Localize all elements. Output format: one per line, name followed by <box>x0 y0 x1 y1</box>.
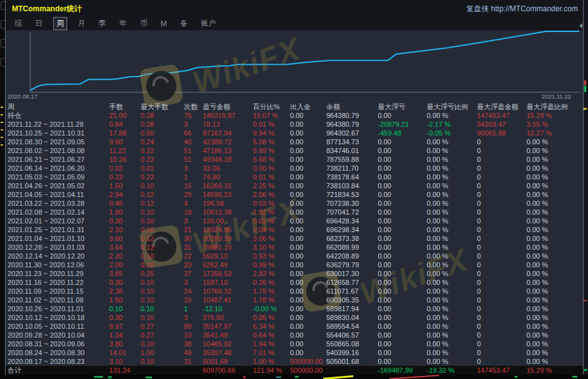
cell: 2021.10.25 ~ 2021.10.31 <box>8 129 109 137</box>
column-header: 手数 <box>109 102 141 111</box>
menu-item-bi[interactable]: 币 <box>137 18 150 29</box>
cell: 0.00 <box>378 155 427 164</box>
cell: 0.00 % <box>527 155 583 164</box>
menu-item-ri[interactable]: 日 <box>33 18 45 29</box>
cell: 49348.18 <box>203 155 253 164</box>
table-row[interactable]: 2021.06.14 ~ 2021.06.200.030.01333.060.0… <box>6 164 583 173</box>
background-mark <box>243 376 245 378</box>
table-row[interactable]: 2021.02.01 ~ 2021.02.070.300.103130.000.… <box>6 216 583 225</box>
cell: 2020.12.14 ~ 2020.12.20 <box>8 252 109 260</box>
table-row[interactable]: 2020.08.17 ~ 2020.08.233.100.10315001.68… <box>6 357 583 366</box>
menu-item-bei[interactable]: 备 <box>178 18 190 29</box>
table-row[interactable]: 2021.08.30 ~ 2021.09.059.600.244042388.7… <box>6 137 583 146</box>
table-row[interactable]: 2021.03.22 ~ 2021.03.280.460.124196.580.… <box>6 199 583 208</box>
cell: 0.00 % <box>427 357 477 366</box>
cell: 0.00 <box>378 164 427 173</box>
cell: 609700.66 <box>203 366 253 375</box>
table-row[interactable]: 2020.08.24 ~ 2020.08.3014.011.004935397.… <box>6 348 583 357</box>
cell: 2021.02.01 ~ 2021.02.07 <box>8 216 109 225</box>
cell: 0.22 <box>141 173 184 181</box>
cell: 0 <box>477 304 527 313</box>
table-row[interactable]: 2021.04.26 ~ 2021.05.021.500.101516269.3… <box>6 181 583 190</box>
cell: 500000.00 <box>290 357 326 366</box>
table-row[interactable]: 2020.11.09 ~ 2020.11.152.380.102410766.3… <box>6 287 583 296</box>
table-row[interactable]: 2020.10.12 ~ 2020.10.180.300.103275.500.… <box>6 313 583 322</box>
table-row[interactable]: 2020.10.05 ~ 2020.10.118.970.278835147.9… <box>6 322 583 331</box>
cell: 1.94 % <box>253 339 290 348</box>
cell: 0.00 <box>378 313 427 322</box>
table-row[interactable]: 2020.12.28 ~ 2021.01.033.640.123119881.1… <box>6 243 583 252</box>
cell: 0 <box>477 225 527 234</box>
cell: 21.00 <box>109 111 141 120</box>
cell: 721834.53 <box>326 190 378 199</box>
cell: 1.50 <box>109 296 141 304</box>
cell: 0.00 % <box>527 260 583 269</box>
table-row[interactable]: 2020.10.26 ~ 2020.11.010.100.101-12.10-0… <box>6 304 583 313</box>
cell: 2.25 % <box>253 181 290 190</box>
cell: 7.01 % <box>253 348 290 357</box>
cell: 6.68 % <box>253 155 290 164</box>
cell: 2021.06.21 ~ 2021.06.27 <box>8 155 109 164</box>
menu-item-nian[interactable]: 年 <box>117 18 129 29</box>
cell: 2.83 % <box>253 269 290 278</box>
menu-item-M[interactable]: M <box>158 19 169 29</box>
cell: 0.00 % <box>527 181 583 190</box>
cell: 0 <box>477 137 527 146</box>
cell: 0.00 <box>290 208 326 216</box>
cell: 0.30 <box>109 313 141 322</box>
table-row[interactable]: 2020.11.02 ~ 2020.11.081.500.101510487.4… <box>6 296 583 304</box>
table-row[interactable]: 2020.09.28 ~ 2020.10.041.340.27103541.49… <box>6 331 583 339</box>
cell <box>141 366 184 375</box>
site-link[interactable]: 复盘侠 http://MTCommander.com <box>466 4 578 14</box>
menu-item-zhou[interactable]: 周 <box>53 17 67 30</box>
table-row[interactable]: 2021.02.08 ~ 2021.02.141.800.101810613.3… <box>6 208 583 216</box>
cell: 66 <box>184 129 203 137</box>
cell: 0.00 <box>290 322 326 331</box>
cell: 0.00 <box>290 296 326 304</box>
table-row[interactable]: 2021.01.25 ~ 2021.01.312.100.102113924.9… <box>6 225 583 234</box>
menu-item-yue[interactable]: 月 <box>75 18 88 29</box>
table-row[interactable]: 2020.11.30 ~ 2020.12.062.000.10206262.49… <box>6 260 583 269</box>
cell: 5929.10 <box>203 252 253 260</box>
cell: 738178.64 <box>326 173 378 181</box>
table-row[interactable]: 2020.12.14 ~ 2020.12.202.200.10225929.10… <box>6 252 583 260</box>
cell: 49 <box>184 348 203 357</box>
background-candle-green <box>584 86 586 92</box>
cell: 0.00 <box>378 339 427 348</box>
table-row[interactable]: 2021.04.05 ~ 2021.04.112.940.122914596.2… <box>6 190 583 199</box>
table-row[interactable]: 2021.08.02 ~ 2021.08.0811.220.225147186.… <box>6 146 583 155</box>
cell: 2020.12.28 ~ 2021.01.03 <box>8 243 109 252</box>
cell: 74.80 <box>203 173 253 181</box>
menu-item-ji[interactable]: 季 <box>96 18 109 29</box>
cell: -0.00 % <box>253 304 290 313</box>
menu-item-zong[interactable]: 综 <box>12 18 24 29</box>
cell: 145319.87 <box>203 111 253 120</box>
table-header-row: 周手数最大手数次数盈亏金额百分比%出入金余额最大浮亏最大浮亏比例最大浮盈金额最大… <box>6 102 583 111</box>
cell: 0.00 <box>378 181 427 190</box>
cell: 15.29 % <box>527 111 583 120</box>
table-row[interactable]: 2020.11.23 ~ 2020.11.293.850.253717358.5… <box>6 269 583 278</box>
table-total-row[interactable]: 合计131.24609700.66121.94 %500000.00-16948… <box>6 366 583 375</box>
table-row[interactable]: 2021.11.22 ~ 2021.11.280.840.28378.120.0… <box>6 120 583 129</box>
cell: 0.28 <box>141 111 184 120</box>
cell: 15 <box>184 181 203 190</box>
cell: 3 <box>184 164 203 173</box>
table-row[interactable]: 2021.05.03 ~ 2021.05.090.220.22174.800.0… <box>6 173 583 181</box>
cell: 0.10 <box>141 225 184 234</box>
cell: 90065.88 <box>477 129 527 137</box>
cell: 2020.10.05 ~ 2020.10.11 <box>8 322 109 331</box>
cell <box>326 366 378 375</box>
cell: 0.00 % <box>527 322 583 331</box>
table-row[interactable]: 2021.06.21 ~ 2021.06.2710.260.225149348.… <box>6 155 583 164</box>
table-row[interactable]: 2021.01.04 ~ 2021.01.103.600.123020283.3… <box>6 234 583 243</box>
cell: 0 <box>477 322 527 331</box>
cell: 0 <box>477 181 527 190</box>
table-row[interactable]: 2020.08.31 ~ 2020.09.063.800.103810465.9… <box>6 339 583 348</box>
cell: 11.22 <box>109 146 141 155</box>
table-row[interactable]: 2020.11.16 ~ 2020.11.220.300.1031587.100… <box>6 278 583 287</box>
table-row[interactable]: 2021.10.25 ~ 2021.10.3117.880.506687167.… <box>6 129 583 137</box>
menu-item-zhanghu[interactable]: 账户 <box>198 18 218 29</box>
table-row[interactable]: 持仓21.000.2875145319.8715.07 %0.00964380.… <box>6 111 583 120</box>
background-mark <box>1 114 3 115</box>
cell: 0.00 <box>290 111 326 120</box>
